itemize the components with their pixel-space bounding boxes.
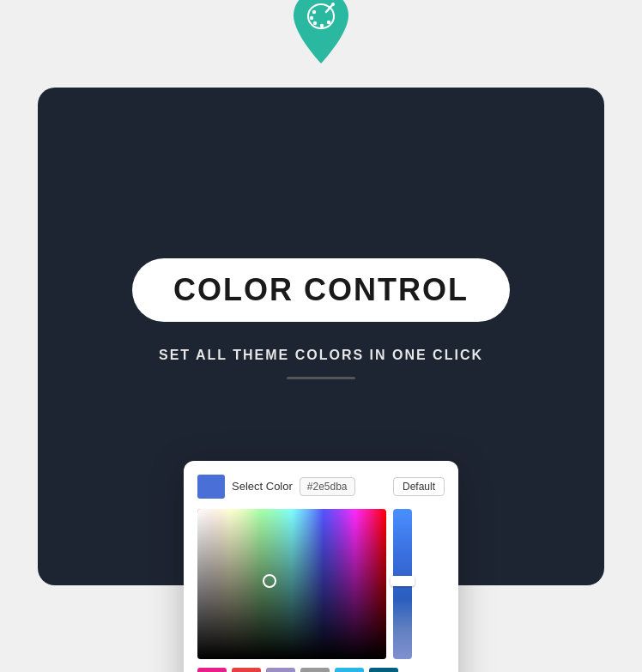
swatch-pink[interactable]	[197, 668, 227, 673]
title-pill: COLOR CONTROL	[132, 258, 510, 322]
picker-body	[197, 509, 445, 659]
hex-value[interactable]: #2e5dba	[300, 477, 355, 496]
swatch-gray[interactable]	[300, 668, 330, 673]
subtitle: SET ALL THEME COLORS IN ONE CLICK	[159, 348, 483, 363]
color-swatch-preview[interactable]	[197, 475, 225, 499]
svg-point-2	[312, 9, 316, 13]
svg-point-3	[310, 15, 313, 19]
black-overlay	[197, 509, 386, 659]
swatch-purple[interactable]	[266, 668, 295, 673]
color-picker-panel: Select Color #2e5dba Default	[184, 461, 458, 673]
gradient-canvas[interactable]	[197, 509, 386, 659]
svg-point-6	[327, 20, 330, 23]
svg-point-5	[320, 23, 324, 27]
color-swatches-row	[197, 668, 445, 673]
outer-container: COLOR CONTROL SET ALL THEME COLORS IN ON…	[29, 36, 613, 637]
svg-point-4	[313, 21, 317, 24]
swatch-red[interactable]	[232, 668, 261, 673]
slider-thumb	[391, 576, 415, 586]
select-color-label: Select Color	[232, 480, 293, 493]
divider	[287, 377, 355, 379]
pin-icon	[288, 0, 354, 65]
svg-point-1	[322, 7, 326, 11]
pin-icon-container	[288, 0, 354, 69]
swatch-teal[interactable]	[369, 668, 398, 673]
hue-slider[interactable]	[393, 509, 412, 659]
swatch-light-blue[interactable]	[335, 668, 364, 673]
default-button[interactable]: Default	[393, 477, 445, 496]
main-title: COLOR CONTROL	[173, 272, 469, 307]
gradient-bg	[197, 509, 386, 659]
picker-top-row: Select Color #2e5dba Default	[197, 475, 445, 499]
